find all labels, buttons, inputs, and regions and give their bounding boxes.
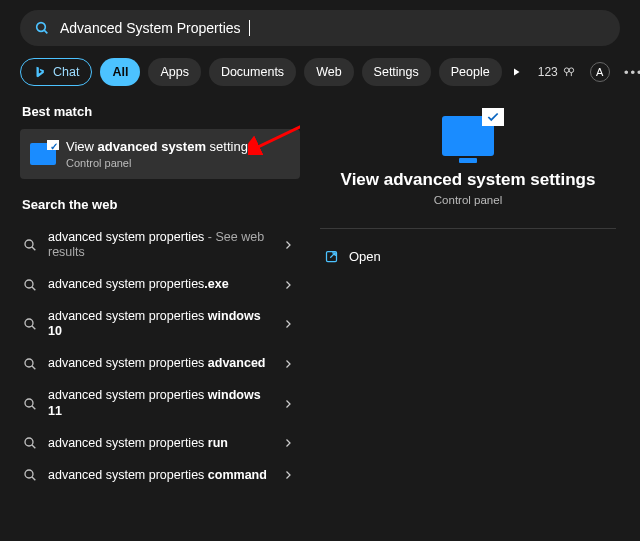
search-icon: [22, 396, 38, 412]
svg-line-6: [32, 247, 35, 250]
filter-documents[interactable]: Documents: [209, 58, 296, 86]
search-icon: [34, 20, 50, 36]
search-icon: [22, 316, 38, 332]
filter-web[interactable]: Web: [304, 58, 353, 86]
rewards-score[interactable]: 123: [538, 65, 576, 79]
web-suggestion-text: advanced system properties run: [48, 436, 272, 452]
search-icon: [22, 467, 38, 483]
filter-row: Chat All Apps Documents Web Settings Peo…: [0, 46, 640, 96]
web-suggestion-text: advanced system properties windows 11: [48, 388, 272, 419]
chat-label: Chat: [53, 65, 79, 79]
web-suggestion-text: advanced system properties command: [48, 468, 272, 484]
web-suggestion[interactable]: advanced system properties command: [20, 459, 300, 491]
svg-line-16: [32, 445, 35, 448]
svg-line-8: [32, 287, 35, 290]
svg-line-12: [32, 366, 35, 369]
toolbar-right: 123 A •••: [538, 58, 640, 86]
control-panel-icon: ✓: [30, 143, 56, 165]
svg-point-3: [569, 68, 574, 73]
profile-badge[interactable]: A: [590, 62, 610, 82]
filter-more-icon[interactable]: [510, 62, 522, 82]
svg-line-18: [32, 477, 35, 480]
search-icon: [22, 356, 38, 372]
web-suggestion-text: advanced system properties windows 10: [48, 309, 272, 340]
search-icon: [22, 237, 38, 253]
web-suggestion-text: advanced system properties.exe: [48, 277, 272, 293]
best-match-label: Best match: [22, 104, 300, 119]
web-suggestion[interactable]: advanced system properties advanced: [20, 348, 300, 380]
open-label: Open: [349, 249, 381, 264]
chevron-right-icon: [282, 239, 294, 251]
svg-point-2: [564, 68, 569, 73]
divider: [320, 228, 616, 229]
filter-all[interactable]: All: [100, 58, 140, 86]
svg-line-1: [44, 30, 47, 33]
chevron-right-icon: [282, 358, 294, 370]
svg-point-15: [25, 438, 33, 446]
filter-people[interactable]: People: [439, 58, 502, 86]
filter-apps[interactable]: Apps: [148, 58, 201, 86]
chevron-right-icon: [282, 469, 294, 481]
svg-line-4: [254, 125, 300, 149]
search-icon: [22, 435, 38, 451]
search-web-label: Search the web: [22, 197, 300, 212]
chat-chip[interactable]: Chat: [20, 58, 92, 86]
web-suggestion[interactable]: advanced system properties - See web res…: [20, 222, 300, 269]
best-match-result[interactable]: ✓ View advanced system settings Control …: [20, 129, 300, 179]
chevron-right-icon: [282, 437, 294, 449]
more-icon[interactable]: •••: [624, 62, 640, 82]
svg-point-7: [25, 280, 33, 288]
bing-icon: [33, 65, 47, 79]
svg-point-9: [25, 319, 33, 327]
web-suggestion-text: advanced system properties advanced: [48, 356, 272, 372]
svg-line-10: [32, 326, 35, 329]
search-bar[interactable]: Advanced System Properties: [20, 10, 620, 46]
arrow-annotation: [248, 121, 300, 155]
search-icon: [22, 277, 38, 293]
svg-line-14: [32, 406, 35, 409]
score-value: 123: [538, 65, 558, 79]
web-suggestion-text: advanced system properties - See web res…: [48, 230, 272, 261]
web-suggestions-list: advanced system properties - See web res…: [20, 222, 300, 492]
web-suggestion[interactable]: advanced system properties windows 10: [20, 301, 300, 348]
best-match-title: View advanced system settings: [66, 139, 254, 155]
svg-point-0: [37, 23, 46, 32]
svg-point-17: [25, 470, 33, 478]
chevron-right-icon: [282, 318, 294, 330]
preview-title: View advanced system settings: [320, 170, 616, 190]
preview-pane: View advanced system settings Control pa…: [310, 96, 626, 537]
chevron-right-icon: [282, 398, 294, 410]
search-input-text[interactable]: Advanced System Properties: [60, 20, 241, 36]
best-match-subtitle: Control panel: [66, 157, 254, 169]
filter-settings[interactable]: Settings: [362, 58, 431, 86]
text-caret: [249, 20, 250, 36]
svg-point-11: [25, 359, 33, 367]
web-suggestion[interactable]: advanced system properties run: [20, 427, 300, 459]
open-icon: [324, 249, 339, 264]
web-suggestion[interactable]: advanced system properties windows 11: [20, 380, 300, 427]
preview-icon: [320, 116, 616, 156]
open-action[interactable]: Open: [320, 239, 616, 274]
svg-point-5: [25, 240, 33, 248]
web-suggestion[interactable]: advanced system properties.exe: [20, 269, 300, 301]
preview-subtitle: Control panel: [320, 194, 616, 206]
checkmark-icon: [486, 110, 500, 124]
svg-point-13: [25, 399, 33, 407]
chevron-right-icon: [282, 279, 294, 291]
rewards-icon: [562, 65, 576, 79]
